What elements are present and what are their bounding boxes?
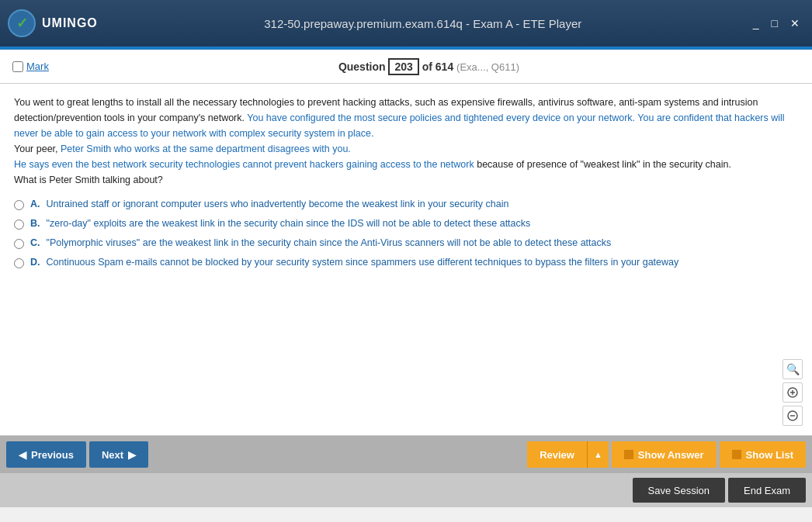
review-label: Review <box>540 449 574 461</box>
mark-label[interactable]: Mark <box>26 60 49 72</box>
question-paragraph-2: Your peer, Peter Smith who works at the … <box>14 141 798 157</box>
logo-text: UMINGO <box>42 16 98 30</box>
option-b-text: "zero-day" exploits are the weakest link… <box>47 218 531 229</box>
option-c-text: "Polymorphic viruses" are the weakest li… <box>47 237 612 248</box>
review-button[interactable]: Review <box>527 441 588 468</box>
question-number: 203 <box>388 58 418 75</box>
option-c[interactable]: C. "Polymorphic viruses" are the weakest… <box>14 237 798 249</box>
of-label: of 614 <box>422 60 453 73</box>
show-answer-button[interactable]: Show Answer <box>612 441 717 468</box>
question-paragraph-4: What is Peter Smith talking about? <box>14 172 798 188</box>
save-session-button[interactable]: Save Session <box>633 478 726 503</box>
show-answer-label: Show Answer <box>638 449 704 461</box>
zoom-in-button[interactable] <box>783 382 803 403</box>
maximize-button[interactable]: □ <box>767 16 783 31</box>
next-arrow-icon: ▶ <box>128 449 136 461</box>
prev-arrow-icon: ◀ <box>19 449 26 461</box>
title-bar-left: ✓ UMINGO <box>8 9 98 37</box>
previous-button[interactable]: ◀ Previous <box>6 441 86 468</box>
radio-b[interactable] <box>14 220 24 230</box>
option-d[interactable]: D. Continuous Spam e-mails cannot be blo… <box>14 257 798 268</box>
show-list-icon <box>732 450 741 459</box>
previous-label: Previous <box>31 449 74 461</box>
radio-d[interactable] <box>14 258 24 268</box>
mark-checkbox[interactable] <box>12 61 23 72</box>
option-a-text: Untrained staff or ignorant computer use… <box>47 199 509 209</box>
zoom-controls: 🔍 <box>783 359 803 426</box>
window-controls[interactable]: _ □ ✕ <box>748 16 804 31</box>
question-paragraph-1: You went to great lengths to install all… <box>14 95 798 141</box>
radio-c[interactable] <box>14 239 24 249</box>
bottom-action-bar: Save Session End Exam <box>0 473 812 507</box>
mark-section[interactable]: Mark <box>12 60 49 72</box>
option-a[interactable]: A. Untrained staff or ignorant computer … <box>14 199 798 210</box>
logo-checkmark: ✓ <box>16 15 28 32</box>
title-bar: ✓ UMINGO 312-50.prepaway.premium.exam.61… <box>0 0 812 47</box>
question-paragraph-3: He says even the best network security t… <box>14 157 798 172</box>
exam-ref: (Exa..., Q611) <box>456 61 519 73</box>
close-button[interactable]: ✕ <box>786 16 804 31</box>
question-header: Mark Question 203 of 614 (Exa..., Q611) <box>0 50 812 84</box>
window-title: 312-50.prepaway.premium.exam.614q - Exam… <box>98 17 748 30</box>
next-label: Next <box>102 449 123 461</box>
show-list-label: Show List <box>746 449 793 461</box>
main-content: You went to great lengths to install all… <box>0 84 812 436</box>
bottom-nav: ◀ Previous Next ▶ Review ▲ Show Answer S… <box>0 436 812 473</box>
review-arrow-button[interactable]: ▲ <box>588 441 609 468</box>
options-list: A. Untrained staff or ignorant computer … <box>14 199 798 268</box>
minimize-button[interactable]: _ <box>748 16 764 31</box>
radio-a[interactable] <box>14 200 24 210</box>
zoom-out-button[interactable] <box>783 406 803 426</box>
end-exam-button[interactable]: End Exam <box>728 478 806 503</box>
option-b[interactable]: B. "zero-day" exploits are the weakest l… <box>14 218 798 230</box>
search-button[interactable]: 🔍 <box>783 359 803 379</box>
question-number-section: Question 203 of 614 (Exa..., Q611) <box>58 58 800 75</box>
show-answer-icon <box>624 450 633 459</box>
logo-icon: ✓ <box>8 9 36 37</box>
question-text: You went to great lengths to install all… <box>14 95 798 188</box>
question-label: Question <box>338 60 386 73</box>
review-container: Review ▲ <box>527 441 609 468</box>
next-button[interactable]: Next ▶ <box>89 441 148 468</box>
show-list-button[interactable]: Show List <box>720 441 806 468</box>
option-d-text: Continuous Spam e-mails cannot be blocke… <box>47 257 679 268</box>
